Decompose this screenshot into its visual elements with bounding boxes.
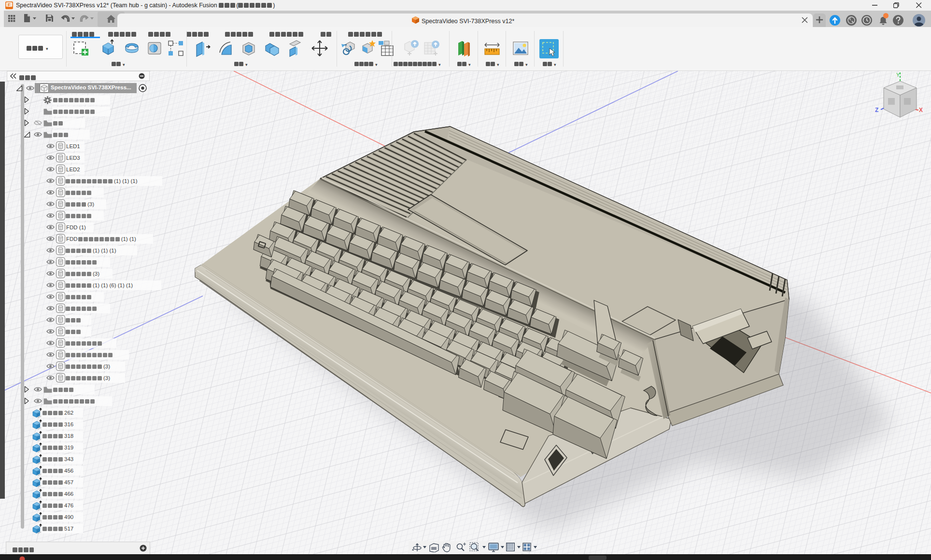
svg-text:F: F [8, 2, 11, 7]
svg-text:Z: Z [875, 107, 878, 113]
svg-text:Y: Y [896, 72, 900, 78]
svg-text:X: X [919, 107, 923, 113]
